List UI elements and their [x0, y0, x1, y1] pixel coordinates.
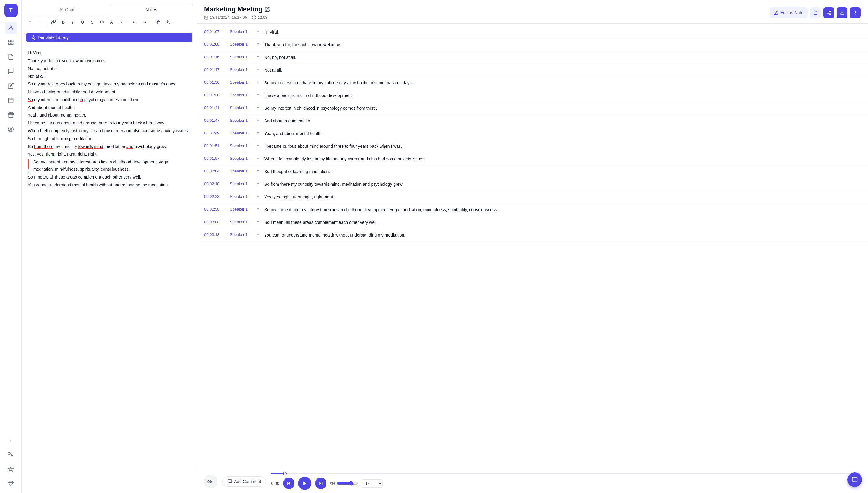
sidebar-item-users[interactable]: [5, 22, 17, 34]
ts-speaker-8[interactable]: Speaker 1: [230, 130, 257, 135]
ts-chevron-5[interactable]: ▾: [257, 92, 264, 97]
ts-time-13[interactable]: 00:02:23: [204, 194, 230, 199]
play-button[interactable]: [298, 477, 311, 490]
line-12: So I thought of learning meditation.: [28, 135, 191, 143]
sidebar-item-person[interactable]: [5, 123, 17, 135]
ts-speaker-9[interactable]: Speaker 1: [230, 143, 257, 148]
ts-chevron-0[interactable]: ▾: [257, 29, 264, 34]
add-comment-button[interactable]: Add Comment: [222, 476, 266, 487]
ts-time-12[interactable]: 00:02:10: [204, 181, 230, 186]
ts-chevron-13[interactable]: ▾: [257, 194, 264, 198]
edit-as-note-button[interactable]: Edit as Note: [769, 7, 808, 18]
ts-chevron-1[interactable]: ▾: [257, 42, 264, 46]
ts-chevron-6[interactable]: ▾: [257, 105, 264, 110]
speed-select[interactable]: 1x 1.25x 1.5x 2x: [362, 479, 383, 488]
ts-chevron-2[interactable]: ▾: [257, 55, 264, 59]
sidebar-item-gift[interactable]: [5, 109, 17, 121]
ts-time-10[interactable]: 00:01:57: [204, 156, 230, 161]
link-icon[interactable]: [49, 18, 58, 26]
share-action-button[interactable]: [823, 7, 834, 18]
ts-time-15[interactable]: 00:03:08: [204, 219, 230, 224]
ts-speaker-1[interactable]: Speaker 1: [230, 42, 257, 46]
strikethrough-icon[interactable]: S: [88, 18, 96, 26]
ts-speaker-0[interactable]: Speaker 1: [230, 29, 257, 34]
ts-chevron-7[interactable]: ▾: [257, 118, 264, 122]
ts-time-3[interactable]: 00:01:17: [204, 67, 230, 72]
doc-action-button[interactable]: [810, 7, 821, 18]
code-icon[interactable]: <>: [97, 18, 106, 26]
bold-icon[interactable]: B: [59, 18, 67, 26]
ts-chevron-15[interactable]: ▾: [257, 219, 264, 224]
ts-time-7[interactable]: 00:01:47: [204, 118, 230, 123]
ts-chevron-8[interactable]: ▾: [257, 130, 264, 135]
progress-thumb[interactable]: [283, 472, 287, 475]
font-color-icon[interactable]: A: [107, 18, 116, 26]
list-icon[interactable]: ≡: [26, 18, 35, 26]
tab-notes[interactable]: Notes: [110, 4, 193, 16]
undo-icon[interactable]: ↩: [130, 18, 139, 26]
more-actions-button[interactable]: [850, 7, 861, 18]
progress-bar[interactable]: [271, 473, 861, 474]
sidebar-item-calendar[interactable]: [5, 94, 17, 106]
underline-icon[interactable]: U: [78, 18, 87, 26]
ts-chevron-9[interactable]: ▾: [257, 143, 264, 148]
ts-speaker-6[interactable]: Speaker 1: [230, 105, 257, 110]
list-dropdown-icon[interactable]: ▾: [36, 18, 44, 26]
sidebar-item-document[interactable]: [5, 51, 17, 63]
redo-icon[interactable]: ↪: [140, 18, 149, 26]
ts-time-6[interactable]: 00:01:41: [204, 105, 230, 110]
editor-content[interactable]: Hi Viraj. Thank you for, for such a warm…: [22, 46, 197, 493]
transcript-row: 00:01:38 Speaker 1 ▾ I have a background…: [197, 89, 868, 102]
sidebar-item-chat[interactable]: [5, 65, 17, 77]
ts-speaker-16[interactable]: Speaker 1: [230, 232, 257, 237]
ts-chevron-10[interactable]: ▾: [257, 156, 264, 160]
ts-speaker-10[interactable]: Speaker 1: [230, 156, 257, 161]
sidebar-item-diamond[interactable]: [5, 477, 17, 489]
ts-chevron-4[interactable]: ▾: [257, 80, 264, 84]
ts-time-4[interactable]: 00:01:30: [204, 80, 230, 85]
ts-chevron-16[interactable]: ▾: [257, 232, 264, 237]
ts-speaker-13[interactable]: Speaker 1: [230, 194, 257, 199]
ts-time-11[interactable]: 00:02:04: [204, 169, 230, 173]
ts-speaker-4[interactable]: Speaker 1: [230, 80, 257, 85]
download-editor-icon[interactable]: [164, 18, 172, 26]
ts-chevron-14[interactable]: ▾: [257, 207, 264, 211]
ts-speaker-11[interactable]: Speaker 1: [230, 169, 257, 173]
ts-speaker-12[interactable]: Speaker 1: [230, 181, 257, 186]
skip-back-button[interactable]: [283, 477, 295, 489]
ts-time-5[interactable]: 00:01:38: [204, 92, 230, 97]
ts-time-9[interactable]: 00:01:51: [204, 143, 230, 148]
sidebar-item-edit[interactable]: [5, 80, 17, 92]
skip-forward-button[interactable]: [315, 477, 326, 489]
ts-time-1[interactable]: 00:01:08: [204, 42, 230, 46]
ts-speaker-7[interactable]: Speaker 1: [230, 118, 257, 123]
tab-ai-chat[interactable]: AI Chat: [25, 4, 109, 15]
ts-chevron-12[interactable]: ▾: [257, 181, 264, 186]
font-dropdown-icon[interactable]: ▾: [117, 18, 125, 26]
volume-slider[interactable]: [337, 481, 358, 486]
sidebar-item-translate[interactable]: [5, 448, 17, 460]
ts-speaker-15[interactable]: Speaker 1: [230, 219, 257, 224]
italic-icon[interactable]: I: [69, 18, 77, 26]
line-14: Yes, yes, right, right, right, right, ri…: [28, 151, 191, 158]
sidebar-expand-btn[interactable]: »: [5, 434, 17, 446]
copy-icon[interactable]: [154, 18, 162, 26]
edit-title-icon[interactable]: [265, 7, 270, 12]
line-5: So my interest goes back to my college d…: [28, 81, 191, 88]
ts-speaker-3[interactable]: Speaker 1: [230, 67, 257, 72]
ts-speaker-14[interactable]: Speaker 1: [230, 207, 257, 212]
template-library-button[interactable]: Template Library: [26, 33, 192, 42]
ts-time-8[interactable]: 00:01:49: [204, 130, 230, 135]
ts-chevron-3[interactable]: ▾: [257, 67, 264, 71]
ts-time-14[interactable]: 00:02:58: [204, 207, 230, 212]
download-action-button[interactable]: [837, 7, 847, 18]
chat-fab[interactable]: [847, 472, 862, 487]
ts-speaker-2[interactable]: Speaker 1: [230, 55, 257, 59]
sidebar-item-sparkle[interactable]: [5, 463, 17, 475]
ts-speaker-5[interactable]: Speaker 1: [230, 92, 257, 97]
ts-time-2[interactable]: 00:01:16: [204, 55, 230, 59]
ts-chevron-11[interactable]: ▾: [257, 169, 264, 173]
ts-time-0[interactable]: 00:01:07: [204, 29, 230, 34]
sidebar-item-grid[interactable]: [5, 36, 17, 48]
ts-time-16[interactable]: 00:03:13: [204, 232, 230, 237]
